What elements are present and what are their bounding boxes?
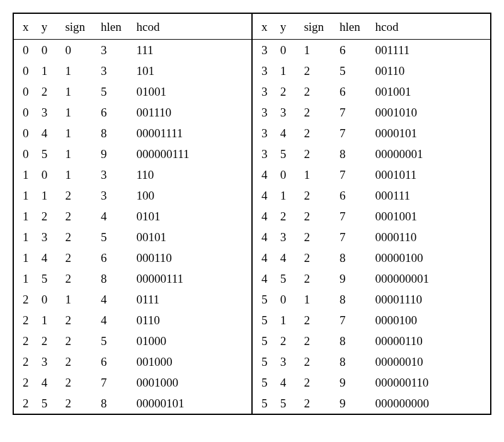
cell-hcod: 000000111	[132, 144, 251, 164]
cell-x: 5	[253, 351, 277, 372]
cell-x: 0	[14, 40, 38, 61]
outer-table: x y sign hlen hcod 000311101131010215010…	[13, 13, 491, 415]
table-row: 51270000100	[253, 310, 490, 331]
table-row: 40170001011	[253, 164, 490, 185]
cell-hcod: 0000101	[371, 123, 490, 144]
cell-sign: 2	[61, 310, 97, 331]
table-row: 1426000110	[14, 247, 251, 268]
cell-sign: 2	[300, 351, 336, 372]
cell-x: 0	[14, 144, 38, 164]
cell-hcod: 001000	[132, 351, 251, 372]
cell-hcod: 01001	[132, 81, 251, 102]
cell-sign: 1	[61, 81, 97, 102]
table-row: 041800001111	[14, 123, 251, 144]
cell-sign: 1	[61, 164, 97, 185]
cell-hlen: 3	[97, 60, 133, 81]
cell-x: 3	[253, 60, 277, 81]
cell-y: 2	[277, 331, 301, 351]
cell-hcod: 0111	[132, 289, 251, 310]
cell-x: 5	[253, 393, 277, 414]
cell-hcod: 000111	[371, 185, 490, 206]
table-row: 5429000000110	[253, 372, 490, 393]
table-row: 021501001	[14, 81, 251, 102]
col-x: x	[253, 14, 277, 40]
cell-hlen: 5	[336, 60, 372, 81]
table-row: 2326001000	[14, 351, 251, 372]
table-row: 501800001110	[253, 289, 490, 310]
col-sign: sign	[300, 14, 336, 40]
cell-sign: 1	[300, 289, 336, 310]
cell-y: 1	[277, 310, 301, 331]
cell-hlen: 5	[97, 81, 133, 102]
cell-x: 4	[253, 164, 277, 185]
cell-x: 1	[14, 185, 38, 206]
cell-hlen: 8	[336, 289, 372, 310]
cell-hlen: 3	[97, 164, 133, 185]
cell-hlen: 7	[97, 372, 133, 393]
cell-hcod: 00000010	[371, 351, 490, 372]
col-sign: sign	[61, 14, 97, 40]
cell-x: 5	[253, 372, 277, 393]
cell-y: 2	[38, 206, 62, 227]
cell-y: 3	[38, 351, 62, 372]
table-row: 1123100	[14, 185, 251, 206]
cell-y: 1	[277, 185, 301, 206]
cell-sign: 2	[300, 206, 336, 227]
table-row: 21240110	[14, 310, 251, 331]
cell-hcod: 00101	[132, 227, 251, 247]
cell-hlen: 7	[336, 123, 372, 144]
cell-sign: 2	[300, 331, 336, 351]
cell-hcod: 101	[132, 60, 251, 81]
cell-x: 4	[253, 185, 277, 206]
cell-x: 2	[14, 310, 38, 331]
cell-hlen: 9	[336, 393, 372, 414]
cell-hcod: 000110	[132, 247, 251, 268]
table-row: 0316001110	[14, 102, 251, 123]
cell-x: 2	[14, 351, 38, 372]
left-subtable: x y sign hlen hcod 000311101131010215010…	[14, 14, 251, 414]
table-row: 0519000000111	[14, 144, 251, 164]
cell-x: 3	[253, 123, 277, 144]
col-x: x	[14, 14, 38, 40]
table-row: 522800000110	[253, 331, 490, 351]
cell-x: 0	[14, 102, 38, 123]
table-row: 24270001000	[14, 372, 251, 393]
cell-y: 5	[277, 268, 301, 289]
table-row: 0113101	[14, 60, 251, 81]
cell-sign: 2	[61, 372, 97, 393]
cell-x: 0	[14, 60, 38, 81]
cell-x: 2	[14, 393, 38, 414]
header-row: x y sign hlen hcod	[253, 14, 490, 40]
cell-sign: 2	[300, 247, 336, 268]
code-table: x y sign hlen hcod 000311101131010215010…	[13, 13, 491, 415]
table-row: 42270001001	[253, 206, 490, 227]
cell-y: 2	[277, 206, 301, 227]
cell-x: 3	[253, 102, 277, 123]
cell-y: 2	[38, 331, 62, 351]
cell-sign: 2	[300, 185, 336, 206]
cell-y: 4	[277, 247, 301, 268]
col-hcod: hcod	[371, 14, 490, 40]
cell-hlen: 8	[97, 393, 133, 414]
cell-y: 0	[277, 40, 301, 61]
cell-sign: 2	[300, 268, 336, 289]
table-row: 33270001010	[253, 102, 490, 123]
cell-y: 5	[38, 393, 62, 414]
cell-hcod: 000000000	[371, 393, 490, 414]
cell-y: 1	[38, 185, 62, 206]
cell-hlen: 7	[336, 102, 372, 123]
cell-sign: 2	[300, 102, 336, 123]
cell-hlen: 4	[97, 310, 133, 331]
cell-hlen: 4	[97, 206, 133, 227]
cell-sign: 1	[61, 289, 97, 310]
cell-x: 3	[253, 144, 277, 164]
cell-hcod: 001001	[371, 81, 490, 102]
cell-hlen: 6	[336, 185, 372, 206]
cell-y: 4	[38, 372, 62, 393]
table-row: 532800000010	[253, 351, 490, 372]
cell-x: 2	[14, 331, 38, 351]
cell-sign: 2	[300, 310, 336, 331]
cell-x: 1	[14, 164, 38, 185]
cell-x: 2	[14, 372, 38, 393]
cell-sign: 1	[61, 102, 97, 123]
